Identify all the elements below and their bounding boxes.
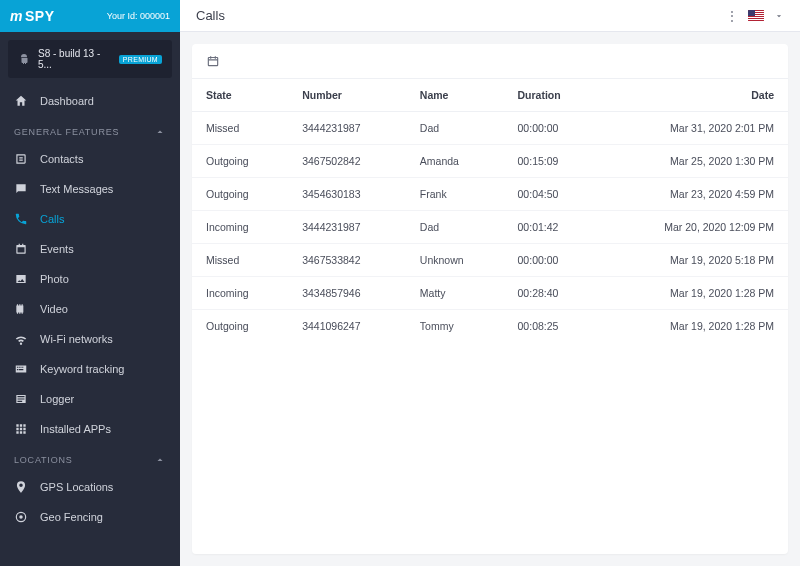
section-locations[interactable]: LOCATIONS [0,444,180,472]
section-title: LOCATIONS [14,455,73,465]
calendar-filter-icon[interactable] [206,54,774,68]
sidebar-item-label: Geo Fencing [40,511,103,523]
sidebar-item-label: Video [40,303,68,315]
device-name: S8 - build 13 - 5... [38,48,111,70]
cell-duration: 00:15:09 [504,145,601,178]
cell-state: Outgoing [192,145,288,178]
chevron-up-icon [154,454,166,466]
cell-number: 3467502842 [288,145,406,178]
sidebar-item-geo-fencing[interactable]: Geo Fencing [0,502,180,532]
home-icon [14,94,28,108]
sidebar-item-label: Wi-Fi networks [40,333,113,345]
table-row[interactable]: Missed3467533842Unknown00:00:00Mar 19, 2… [192,244,788,277]
android-icon [18,53,30,65]
logo-spy: SPY [25,8,55,24]
col-name[interactable]: Name [406,79,504,112]
pin-icon [14,480,28,494]
cell-date: Mar 19, 2020 1:28 PM [600,310,788,343]
flag-us-icon[interactable] [748,10,764,21]
cell-number: 3444231987 [288,112,406,145]
cell-date: Mar 31, 2020 2:01 PM [600,112,788,145]
user-id-value: 000001 [140,11,170,21]
sidebar-item-dashboard[interactable]: Dashboard [0,86,180,116]
svg-rect-2 [208,58,217,66]
sidebar-item-gps-locations[interactable]: GPS Locations [0,472,180,502]
logger-icon [14,392,28,406]
table-row[interactable]: Outgoing3467502842Amanda00:15:09Mar 25, … [192,145,788,178]
table-row[interactable]: Missed3444231987Dad00:00:00Mar 31, 2020 … [192,112,788,145]
cell-duration: 00:08:25 [504,310,601,343]
col-date[interactable]: Date [600,79,788,112]
sidebar-item-installed-apps[interactable]: Installed APPs [0,414,180,444]
cell-number: 3454630183 [288,178,406,211]
premium-badge: PREMIUM [119,55,162,64]
table-row[interactable]: Incoming3444231987Dad00:01:42Mar 20, 202… [192,211,788,244]
sidebar-item-text-messages[interactable]: Text Messages [0,174,180,204]
cell-name: Tommy [406,310,504,343]
cell-state: Incoming [192,277,288,310]
sidebar-item-wifi[interactable]: Wi-Fi networks [0,324,180,354]
cell-state: Incoming [192,211,288,244]
chevron-down-icon[interactable] [774,11,784,21]
app-logo: mSPY [10,8,54,24]
brand-bar: mSPY Your Id: 000001 [0,0,180,32]
logo-m: m [10,8,23,24]
cell-name: Dad [406,211,504,244]
sidebar-item-video[interactable]: Video [0,294,180,324]
cell-state: Outgoing [192,178,288,211]
apps-icon [14,422,28,436]
cell-state: Missed [192,244,288,277]
sidebar-item-label: Photo [40,273,69,285]
sidebar-item-label: Dashboard [40,95,94,107]
sidebar-item-label: Keyword tracking [40,363,124,375]
table-row[interactable]: Outgoing3454630183Frank00:04:50Mar 23, 2… [192,178,788,211]
cell-duration: 00:00:00 [504,244,601,277]
cell-date: Mar 19, 2020 1:28 PM [600,277,788,310]
sidebar-item-contacts[interactable]: Contacts [0,144,180,174]
sidebar-item-photo[interactable]: Photo [0,264,180,294]
svg-point-1 [19,515,23,519]
table-row[interactable]: Incoming3434857946Matty00:28:40Mar 19, 2… [192,277,788,310]
section-general-features[interactable]: GENERAL FEATURES [0,116,180,144]
top-bar: Calls ⋮ [180,0,800,32]
sidebar-item-events[interactable]: Events [0,234,180,264]
calls-table: State Number Name Duration Date Missed34… [192,79,788,342]
section-title: GENERAL FEATURES [14,127,119,137]
phone-icon [14,212,28,226]
col-number[interactable]: Number [288,79,406,112]
table-header-row: State Number Name Duration Date [192,79,788,112]
cell-name: Dad [406,112,504,145]
cell-duration: 00:28:40 [504,277,601,310]
sidebar-item-label: Contacts [40,153,83,165]
col-state[interactable]: State [192,79,288,112]
cell-state: Outgoing [192,310,288,343]
col-duration[interactable]: Duration [504,79,601,112]
contacts-icon [14,152,28,166]
panel-toolbar [192,44,788,79]
cell-date: Mar 19, 2020 5:18 PM [600,244,788,277]
user-id-label: Your Id: [107,11,138,21]
cell-date: Mar 25, 2020 1:30 PM [600,145,788,178]
cell-state: Missed [192,112,288,145]
sidebar-item-label: GPS Locations [40,481,113,493]
main-content: Calls ⋮ State Number Name Durat [180,0,800,566]
device-selector[interactable]: S8 - build 13 - 5... PREMIUM [8,40,172,78]
sidebar-item-calls[interactable]: Calls [0,204,180,234]
cell-number: 3444231987 [288,211,406,244]
chevron-up-icon [154,126,166,138]
cell-name: Unknown [406,244,504,277]
target-icon [14,510,28,524]
cell-date: Mar 20, 2020 12:09 PM [600,211,788,244]
more-menu-icon[interactable]: ⋮ [726,10,738,22]
table-row[interactable]: Outgoing3441096247Tommy00:08:25Mar 19, 2… [192,310,788,343]
sidebar-item-label: Logger [40,393,74,405]
wifi-icon [14,332,28,346]
sidebar-item-label: Events [40,243,74,255]
page-title: Calls [196,8,225,23]
sidebar-item-label: Calls [40,213,64,225]
sidebar-item-keyword-tracking[interactable]: Keyword tracking [0,354,180,384]
sidebar: mSPY Your Id: 000001 S8 - build 13 - 5..… [0,0,180,566]
sidebar-item-label: Text Messages [40,183,113,195]
keyboard-icon [14,362,28,376]
sidebar-item-logger[interactable]: Logger [0,384,180,414]
